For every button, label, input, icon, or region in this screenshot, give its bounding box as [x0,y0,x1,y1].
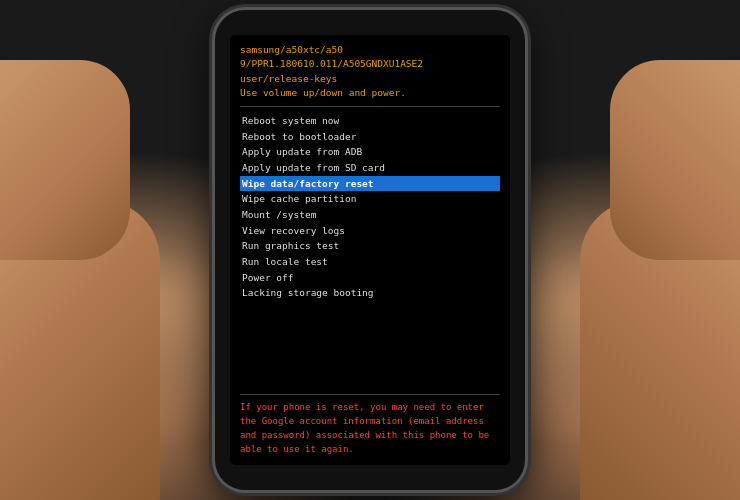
menu-item-1[interactable]: Reboot to bootloader [240,129,500,145]
header-section: samsung/a50xtc/a50 9/PPR1.180610.011/A50… [240,43,500,107]
menu-item-5[interactable]: Wipe cache partition [240,191,500,207]
menu-item-11[interactable]: Lacking storage booting [240,285,500,301]
header-line-2: 9/PPR1.180610.011/A505GNDXU1ASE2 [240,57,500,71]
menu-item-3[interactable]: Apply update from SD card [240,160,500,176]
menu-item-8[interactable]: Run graphics test [240,238,500,254]
header-line-1: samsung/a50xtc/a50 [240,43,500,57]
scene: samsung/a50xtc/a50 9/PPR1.180610.011/A50… [0,0,740,500]
menu-item-10[interactable]: Power off [240,270,500,286]
menu-item-6[interactable]: Mount /system [240,207,500,223]
menu-item-2[interactable]: Apply update from ADB [240,144,500,160]
menu-item-0[interactable]: Reboot system now [240,113,500,129]
warning-text: If your phone is reset, you may need to … [240,401,500,457]
header-line-3: user/release-keys [240,72,500,86]
screen: samsung/a50xtc/a50 9/PPR1.180610.011/A50… [230,35,510,465]
menu-item-4-selected[interactable]: Wipe data/factory reset [240,176,500,192]
header-line-4: Use volume up/down and power. [240,86,500,100]
menu-section: Reboot system now Reboot to bootloader A… [240,113,500,390]
phone: samsung/a50xtc/a50 9/PPR1.180610.011/A50… [215,10,525,490]
menu-item-9[interactable]: Run locale test [240,254,500,270]
hand-left-top [0,60,130,260]
menu-item-7[interactable]: View recovery logs [240,223,500,239]
warning-section: If your phone is reset, you may need to … [240,394,500,457]
hand-right-top [610,60,740,260]
